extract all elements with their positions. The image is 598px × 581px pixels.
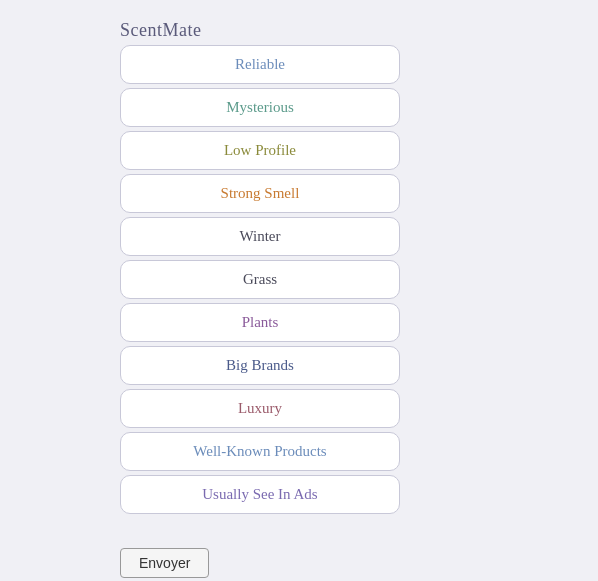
items-list: ReliableMysteriousLow ProfileStrong Smel… <box>120 45 400 514</box>
list-item-luxury[interactable]: Luxury <box>120 389 400 428</box>
list-item-strong-smell[interactable]: Strong Smell <box>120 174 400 213</box>
list-item-plants[interactable]: Plants <box>120 303 400 342</box>
list-item-big-brands[interactable]: Big Brands <box>120 346 400 385</box>
app-title: ScentMate <box>120 20 201 41</box>
list-item-mysterious[interactable]: Mysterious <box>120 88 400 127</box>
list-item-low-profile[interactable]: Low Profile <box>120 131 400 170</box>
list-item-winter[interactable]: Winter <box>120 217 400 256</box>
list-item-usually-see-in-ads[interactable]: Usually See In Ads <box>120 475 400 514</box>
list-item-grass[interactable]: Grass <box>120 260 400 299</box>
submit-button[interactable]: Envoyer <box>120 548 209 578</box>
list-item-well-known-products[interactable]: Well-Known Products <box>120 432 400 471</box>
list-item-reliable[interactable]: Reliable <box>120 45 400 84</box>
